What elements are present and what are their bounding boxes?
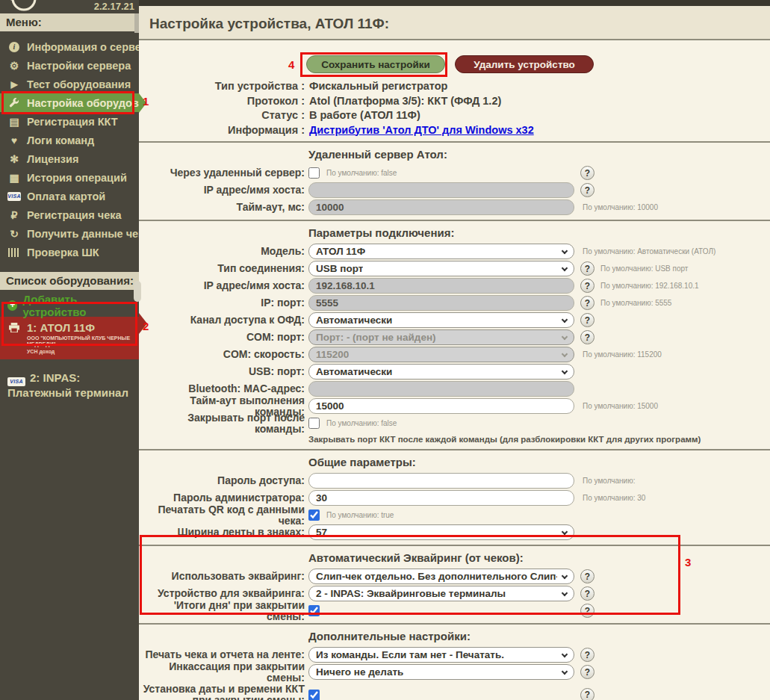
print-qr-checkbox[interactable]: [308, 509, 320, 521]
sidebar-item-server-settings[interactable]: ⚙ Настройки сервера: [0, 56, 139, 75]
ip-port-input[interactable]: [308, 295, 574, 311]
sidebar-gray-tab: [134, 281, 141, 302]
bluetooth-mac-input[interactable]: [308, 381, 574, 397]
app-version: 2.2.17.21: [94, 1, 134, 12]
sidebar-item-operation-history[interactable]: ▦ История операций: [0, 168, 139, 187]
status-value: В работе (АТОЛ 11Ф): [309, 108, 420, 123]
device-info: Тип устройства :Фискальный регистратор П…: [139, 79, 770, 137]
help-button[interactable]: ?: [580, 166, 594, 180]
chevron-down-icon: [562, 573, 568, 579]
help-button[interactable]: ?: [580, 586, 594, 601]
sidebar-item-receipt-registration[interactable]: ₽ Регистрация чека: [0, 205, 139, 224]
barcode-icon: [7, 248, 21, 257]
help-button[interactable]: ?: [580, 261, 594, 276]
separator: [139, 449, 770, 450]
sidebar-item-get-receipt-data[interactable]: ↻ Получить данные чека: [0, 224, 139, 243]
sidebar-item-license[interactable]: ✻ Лицензия: [0, 149, 139, 168]
section-general-header: Общие параметры:: [308, 455, 770, 470]
close-port-note: Закрывать порт ККТ после каждой команды …: [308, 432, 770, 445]
com-speed-select[interactable]: 115200: [308, 347, 574, 362]
tape-width-select[interactable]: 57: [308, 524, 574, 540]
printer-icon: [7, 323, 21, 332]
play-icon: ▶: [7, 80, 21, 89]
remote-server-checkbox[interactable]: [308, 167, 320, 179]
help-button[interactable]: ?: [580, 604, 594, 618]
gears-icon: ⚙: [7, 61, 21, 71]
sidebar-item-equipment-settings[interactable]: Настройка оборудования: [0, 93, 139, 112]
section-remote-server-header: Удаленный сервер Атол:: [308, 147, 770, 162]
delete-device-button[interactable]: Удалить устройство: [455, 55, 594, 73]
help-button[interactable]: ?: [580, 569, 594, 583]
top-strip: [139, 0, 770, 6]
separator: [139, 220, 770, 221]
sidebar-item-command-logs[interactable]: ♥ Логи команд: [0, 131, 139, 149]
chevron-down-icon: [562, 317, 568, 323]
access-password-input[interactable]: [308, 473, 574, 489]
save-settings-button[interactable]: Сохранить настройки: [306, 55, 445, 73]
day-totals-checkbox[interactable]: [308, 605, 320, 616]
device-owner-line2: УСН доход: [27, 349, 133, 355]
help-button[interactable]: ?: [580, 330, 594, 344]
chevron-down-icon: [562, 669, 568, 675]
info-icon: i: [7, 42, 21, 52]
visa-icon: VISA: [7, 192, 21, 201]
set-datetime-checkbox[interactable]: [308, 690, 320, 700]
page-title: Настройка устройства, АТОЛ 11Ф:: [139, 6, 770, 32]
device-owner-line1: ООО "КОМПЬЮТЕРНЫЙ КЛУБ ЧЕРНЫЕ МЕДВЕДИ": [27, 335, 133, 347]
visa-icon: VISA: [7, 377, 25, 386]
acquiring-device-select[interactable]: 2 - INPAS: Эквайринговые терминалы: [308, 586, 574, 601]
sidebar-item-equipment-test[interactable]: ▶ Тест оборудования: [0, 75, 139, 93]
menu: i Информация о сервере ⚙ Настройки серве…: [0, 37, 139, 261]
separator: [139, 141, 770, 143]
com-port-select[interactable]: Порт: - (порт не найден): [308, 329, 574, 345]
chevron-down-icon: [562, 368, 568, 374]
remote-ip-host-input[interactable]: [308, 182, 574, 198]
sidebar-item-barcode-check[interactable]: Проверка ШК: [0, 243, 139, 261]
plus-icon: +: [7, 300, 17, 311]
sidebar-item-card-payment[interactable]: VISA Оплата картой: [0, 187, 139, 205]
equipment-list-header: Список оборудования:: [0, 272, 139, 290]
document-icon: ▤: [7, 117, 21, 127]
collection-on-shift-close-select[interactable]: Ничего не делать: [308, 664, 574, 680]
remote-timeout-input[interactable]: [308, 199, 574, 215]
section-acquiring-header: Автоматический Эквайринг (от чеков):: [308, 551, 770, 566]
sidebar: 2.2.17.21 Меню: i Информация о сервере ⚙…: [0, 0, 139, 700]
title-band: Настройка устройства, АТОЛ 11Ф:: [139, 6, 770, 40]
help-button[interactable]: ?: [580, 279, 594, 293]
ofd-channel-select[interactable]: Автоматически: [308, 312, 574, 328]
device-item-atol-11f[interactable]: 1: АТОЛ 11Ф ООО "КОМПЬЮТЕРНЫЙ КЛУБ ЧЕРНЫ…: [0, 317, 139, 359]
wrench-icon: [7, 98, 21, 108]
distributive-link[interactable]: Дистрибутив 'Атол ДТО' для Windows x32: [309, 123, 534, 138]
sidebar-item-server-info[interactable]: i Информация о сервере: [0, 37, 139, 56]
device-item-inpas[interactable]: VISA2: INPAS: Платежный терминал: [0, 371, 139, 400]
chevron-down-icon: [562, 351, 568, 357]
separator: [139, 623, 770, 625]
close-port-checkbox[interactable]: [308, 418, 320, 429]
help-button[interactable]: ?: [580, 313, 594, 327]
chevron-down-icon: [562, 651, 568, 657]
protocol-value: Atol (Платформа 3/5): ККТ (ФФД 1.2): [309, 94, 501, 109]
model-select[interactable]: АТОЛ 11Ф: [308, 244, 574, 259]
help-button[interactable]: ?: [580, 296, 594, 310]
chevron-down-icon: [562, 529, 568, 535]
command-timeout-input[interactable]: [308, 398, 574, 414]
heartbeat-icon: ♥: [7, 135, 21, 146]
help-button[interactable]: ?: [580, 665, 594, 679]
connection-type-select[interactable]: USB порт: [308, 261, 574, 276]
help-button[interactable]: ?: [580, 648, 594, 662]
menu-header: Меню:: [0, 13, 139, 31]
admin-password-input[interactable]: [308, 490, 574, 506]
help-button[interactable]: ?: [580, 183, 594, 197]
add-device-button[interactable]: + Добавить устройство: [0, 297, 139, 314]
license-icon: ✻: [7, 154, 21, 164]
print-receipt-report-select[interactable]: Из команды. Если там нет - Печатать.: [308, 647, 574, 663]
calendar-icon: ▦: [7, 173, 21, 183]
use-acquiring-select[interactable]: Слип-чек отдельно. Без дополнительного С…: [308, 569, 574, 584]
ruble-icon: ₽: [7, 210, 21, 220]
help-button[interactable]: ?: [580, 688, 594, 700]
section-additional-header: Дополнительные настройки:: [308, 629, 770, 644]
sidebar-item-kkt-registration[interactable]: ▤ Регистрация ККТ: [0, 112, 139, 131]
usb-port-select[interactable]: Автоматически: [308, 364, 574, 380]
sidebar-top: 2.2.17.21: [0, 0, 139, 13]
ip-host-input[interactable]: [308, 278, 574, 294]
